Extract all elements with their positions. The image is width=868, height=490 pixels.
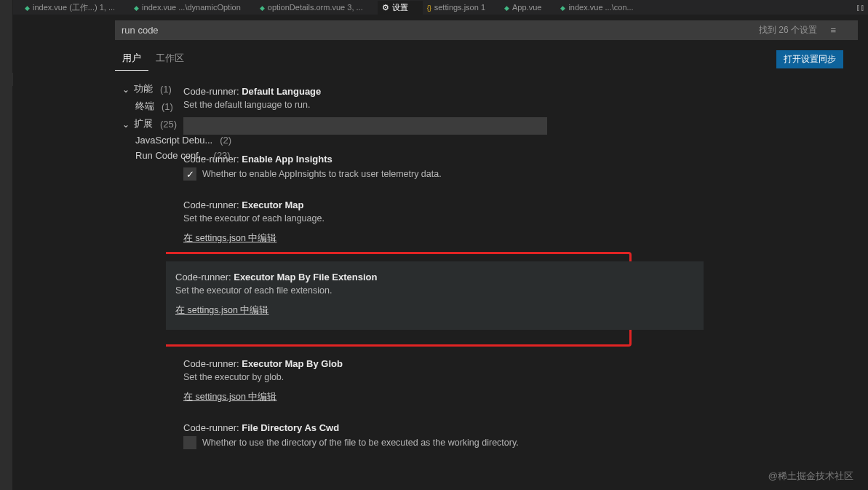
checkbox-row: Whether to use the directory of the file… bbox=[183, 436, 843, 449]
vue-icon bbox=[560, 3, 565, 12]
vue-icon bbox=[25, 3, 30, 12]
scope-user[interactable]: 用户 bbox=[115, 47, 148, 71]
vue-icon bbox=[134, 3, 139, 12]
setting-enable-app-insights: Code-runner: Enable App Insights Whether… bbox=[173, 146, 843, 192]
vue-icon bbox=[260, 3, 265, 12]
vue-icon bbox=[504, 3, 509, 12]
settings-search-row: 找到 26 个设置 ≡ bbox=[13, 15, 868, 46]
main-area: index.vue (工作...) 1, ... index.vue ...\d… bbox=[13, 0, 868, 490]
tab-index-vue-1[interactable]: index.vue (工作...) 1, ... bbox=[20, 1, 130, 15]
json-icon bbox=[427, 3, 431, 12]
clear-filter-icon[interactable]: ≡ bbox=[823, 25, 843, 36]
setting-description: Set the executor of each language. bbox=[183, 210, 843, 226]
edit-in-settings-json-link[interactable]: 在 settings.json 中编辑 bbox=[183, 232, 276, 245]
setting-title: Code-runner: Executor Map By Glob bbox=[183, 358, 843, 369]
setting-executor-map-by-file-extension: ⚙ Code-runner: Executor Map By File Exte… bbox=[166, 261, 704, 330]
settings-body: 功能 (1) 终端 (1) 扩展 (25) JavaScript Debu...… bbox=[13, 71, 868, 490]
default-language-input[interactable] bbox=[183, 117, 547, 135]
setting-description: Set the executor of each file extension. bbox=[175, 282, 704, 299]
watermark: @稀土掘金技术社区 bbox=[768, 470, 853, 483]
setting-title: Code-runner: Enable App Insights bbox=[183, 154, 843, 165]
highlighted-annotation: ⚙ Code-runner: Executor Map By File Exte… bbox=[166, 252, 632, 347]
app-insights-checkbox[interactable] bbox=[183, 167, 196, 181]
toc-js-debug[interactable]: JavaScript Debu... (2) bbox=[122, 133, 166, 148]
setting-title: Code-runner: Executor Map By File Extens… bbox=[175, 272, 704, 282]
editor-tab-bar: index.vue (工作...) 1, ... index.vue ...\d… bbox=[13, 0, 868, 15]
setting-executor-map-by-glob: Code-runner: Executor Map By Glob Set th… bbox=[173, 351, 843, 415]
tab-index-vue-3[interactable]: index.vue ...\con... bbox=[556, 1, 648, 13]
setting-title: Code-runner: File Directory As Cwd bbox=[183, 422, 843, 433]
settings-search-input[interactable] bbox=[115, 20, 858, 40]
toc-extensions[interactable]: 扩展 (25) bbox=[122, 115, 166, 133]
settings-scope-bar: 用户 工作区 打开设置同步 bbox=[13, 46, 868, 71]
checkbox-row: Whether to enable AppInsights to track u… bbox=[183, 167, 843, 181]
tab-option-details[interactable]: optionDetails.orm.vue 3, ... bbox=[255, 1, 378, 13]
tab-index-vue-2[interactable]: index.vue ...\dynamicOption bbox=[130, 1, 255, 13]
settings-list: Code-runner: Default Language Set the de… bbox=[166, 71, 868, 490]
tab-bar-actions: ⫿⫿ bbox=[856, 3, 868, 12]
activity-indicator bbox=[0, 73, 13, 86]
chevron-down-icon bbox=[122, 119, 130, 130]
toc-run-code[interactable]: Run Code conf... (23) bbox=[122, 148, 166, 163]
activity-bar bbox=[0, 0, 13, 490]
setting-file-directory-as-cwd: Code-runner: File Directory As Cwd Wheth… bbox=[173, 415, 843, 461]
toc-features[interactable]: 功能 (1) bbox=[122, 80, 166, 98]
setting-description: Whether to enable AppInsights to track u… bbox=[202, 169, 442, 179]
chevron-down-icon bbox=[122, 84, 130, 95]
search-result-count: 找到 26 个设置 bbox=[759, 24, 817, 36]
setting-title: Code-runner: Default Language bbox=[183, 86, 843, 97]
gear-icon bbox=[382, 3, 389, 12]
setting-description: Set the executor by glob. bbox=[183, 369, 843, 385]
setting-description: Set the default language to run. bbox=[183, 97, 843, 113]
open-settings-sync-button[interactable]: 打开设置同步 bbox=[776, 50, 843, 68]
tab-settings[interactable]: 设置 bbox=[378, 1, 423, 15]
edit-in-settings-json-link[interactable]: 在 settings.json 中编辑 bbox=[183, 391, 276, 403]
tab-settings-json[interactable]: settings.json 1 bbox=[423, 1, 500, 13]
tab-app-vue[interactable]: App.vue bbox=[500, 1, 556, 13]
setting-default-language: Code-runner: Default Language Set the de… bbox=[173, 79, 843, 146]
setting-executor-map: Code-runner: Executor Map Set the execut… bbox=[173, 192, 843, 256]
edit-in-settings-json-link[interactable]: 在 settings.json 中编辑 bbox=[175, 304, 268, 317]
setting-title: Code-runner: Executor Map bbox=[183, 199, 843, 210]
settings-toc: 功能 (1) 终端 (1) 扩展 (25) JavaScript Debu...… bbox=[13, 71, 166, 490]
setting-description: Whether to use the directory of the file… bbox=[202, 438, 519, 448]
file-dir-cwd-checkbox[interactable] bbox=[183, 436, 196, 449]
scope-workspace[interactable]: 工作区 bbox=[148, 47, 191, 71]
toc-terminal[interactable]: 终端 (1) bbox=[122, 98, 166, 115]
split-editor-icon[interactable]: ⫿⫿ bbox=[856, 3, 865, 12]
